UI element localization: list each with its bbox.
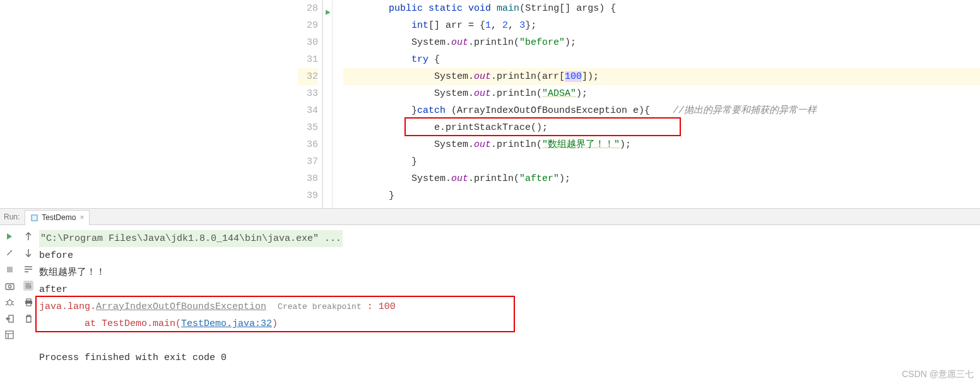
rerun-icon[interactable] <box>4 231 15 241</box>
svg-rect-1 <box>7 267 13 272</box>
line-num[interactable]: 37 <box>298 153 318 170</box>
run-tab[interactable]: TestDemo × <box>25 210 90 225</box>
run-tool-window: Run: TestDemo × "C:\Program <box>0 208 980 384</box>
up-icon[interactable] <box>23 231 33 241</box>
svg-point-3 <box>8 285 11 288</box>
camera-icon[interactable] <box>4 281 15 291</box>
down-icon[interactable] <box>23 248 33 258</box>
line-num[interactable]: 38 <box>298 170 318 187</box>
run-tab-title: TestDemo <box>42 213 76 222</box>
console-line: at TestDemo.main(TestDemo.java:32) <box>39 315 979 332</box>
bug-icon[interactable] <box>4 297 15 307</box>
run-body: "C:\Program Files\Java\jdk1.8.0_144\bin\… <box>0 225 980 384</box>
fold-column[interactable] <box>323 0 343 208</box>
line-num[interactable]: 36 <box>298 136 318 153</box>
line-gutter[interactable]: ▶ 28 29 30 31 32 33 34 35 36 37 38 39 <box>298 0 323 208</box>
console-line <box>39 332 979 349</box>
run-config-icon <box>30 214 38 222</box>
run-side-actions-right <box>19 225 38 384</box>
wrench-icon[interactable] <box>4 248 15 258</box>
code-editor: ▶ 28 29 30 31 32 33 34 35 36 37 38 39 pu… <box>0 0 980 208</box>
soft-wrap-icon[interactable] <box>23 264 33 274</box>
exit-icon[interactable] <box>4 313 15 323</box>
line-num[interactable]: 29 <box>298 17 318 34</box>
print-icon[interactable] <box>23 297 33 307</box>
line-num[interactable]: 33 <box>298 85 318 102</box>
stop-icon[interactable] <box>4 264 15 274</box>
editor-left-margin <box>0 0 298 208</box>
svg-rect-6 <box>6 331 13 339</box>
code-line[interactable]: e.printStackTrace(); <box>343 119 980 136</box>
run-label: Run: <box>4 212 20 221</box>
code-line[interactable]: System.out.println("ADSA"); <box>343 85 980 102</box>
console-line: "C:\Program Files\Java\jdk1.8.0_144\bin\… <box>39 230 979 247</box>
svg-point-4 <box>8 300 12 305</box>
console-line: Process finished with exit code 0 <box>39 349 979 366</box>
svg-rect-8 <box>27 299 31 301</box>
line-num[interactable]: 34 <box>298 102 318 119</box>
console-line: 数组越界了！！ <box>39 264 979 281</box>
scroll-end-icon[interactable] <box>23 281 33 291</box>
watermark: CSDN @意愿三七 <box>902 369 974 380</box>
console-output[interactable]: "C:\Program Files\Java\jdk1.8.0_144\bin\… <box>38 225 980 384</box>
line-num[interactable]: 30 <box>298 34 318 51</box>
create-breakpoint-link[interactable]: Create breakpoint <box>278 302 362 311</box>
console-line: after <box>39 281 979 298</box>
line-num[interactable]: 35 <box>298 119 318 136</box>
code-line[interactable]: System.out.println("数组越界了！！"); <box>343 136 980 153</box>
console-line: before <box>39 247 979 264</box>
line-num[interactable]: 28 <box>298 0 318 17</box>
code-line[interactable]: System.out.println(arr[100]); <box>343 68 980 85</box>
svg-rect-2 <box>6 284 14 289</box>
code-line[interactable]: System.out.println("before"); <box>343 34 980 51</box>
line-num[interactable]: 31 <box>298 51 318 68</box>
code-line[interactable]: public static void main(String[] args) { <box>343 0 980 17</box>
close-icon[interactable]: × <box>80 213 84 222</box>
run-side-actions-left <box>0 225 19 384</box>
code-line[interactable]: try { <box>343 51 980 68</box>
trash-icon[interactable] <box>23 313 33 323</box>
line-num[interactable]: 39 <box>298 187 318 204</box>
code-line[interactable]: System.out.println("after"); <box>343 170 980 187</box>
run-header: Run: TestDemo × <box>0 209 980 225</box>
line-num[interactable]: 32 <box>298 68 318 85</box>
code-line[interactable]: int[] arr = {1, 2, 3}; <box>343 17 980 34</box>
layout-icon[interactable] <box>4 330 15 340</box>
svg-rect-9 <box>27 303 31 306</box>
console-line: java.lang.ArrayIndexOutOfBoundsException… <box>39 298 979 315</box>
code-line[interactable]: }catch (ArrayIndexOutOfBoundsException e… <box>343 102 980 119</box>
code-area[interactable]: public static void main(String[] args) {… <box>343 0 980 208</box>
code-line[interactable]: } <box>343 187 980 204</box>
stacktrace-link[interactable]: TestDemo.java:32 <box>181 318 272 329</box>
code-line[interactable]: } <box>343 153 980 170</box>
